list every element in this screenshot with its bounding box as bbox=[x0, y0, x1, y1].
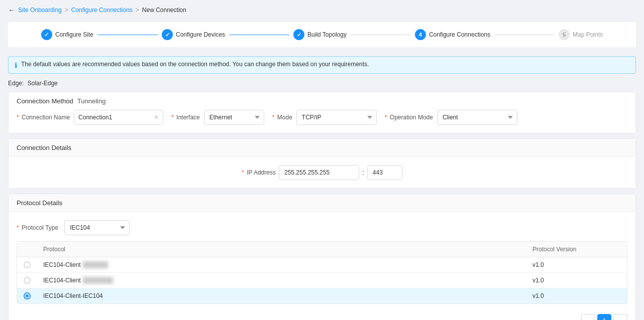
connection-form-row: * Connection Name ✕ * Interface Et bbox=[17, 110, 627, 125]
back-arrow[interactable]: ← bbox=[8, 6, 15, 14]
step-configure-connections: 4 Configure Connections bbox=[415, 29, 490, 40]
table-header: Protocol Protocol Version bbox=[17, 242, 627, 257]
clear-icon[interactable]: ✕ bbox=[150, 114, 163, 121]
required-star-connection: * bbox=[17, 114, 19, 121]
required-star-mode: * bbox=[272, 114, 275, 121]
table-col-protocol: Protocol bbox=[37, 242, 526, 257]
port-input[interactable] bbox=[367, 165, 402, 180]
operation-mode-field: * Operation Mode Client bbox=[385, 110, 517, 125]
radio-btn-2[interactable] bbox=[24, 277, 31, 284]
interface-label: * Interface bbox=[171, 114, 200, 121]
radio-cell-3[interactable] bbox=[17, 288, 37, 303]
breadcrumb-sep1: > bbox=[65, 7, 68, 14]
breadcrumb-site-onboarding[interactable]: Site Onboarding bbox=[18, 7, 62, 14]
table-col-version: Protocol Version bbox=[526, 242, 627, 257]
table-row: IEC104-Client v1.0 bbox=[17, 257, 627, 273]
mode-field: * Mode TCP/IP bbox=[272, 110, 377, 125]
protocol-name-3: IEC104-Client-IEC104 bbox=[43, 292, 103, 299]
table-row: IEC104-Client-IEC104 v1.0 bbox=[17, 288, 627, 303]
protocol-type-label: * Protocol Type bbox=[17, 224, 58, 231]
radio-btn-1[interactable] bbox=[24, 261, 31, 268]
pagination: ‹ 1 › bbox=[9, 310, 635, 320]
step-label-4: Configure Connections bbox=[429, 31, 490, 38]
mode-select[interactable]: TCP/IP bbox=[296, 110, 377, 125]
ip-address-input[interactable] bbox=[279, 165, 359, 180]
version-cell-2: v1.0 bbox=[526, 273, 627, 288]
step-circle-2: ✓ bbox=[162, 29, 173, 40]
info-banner: ℹ The default values are recommended val… bbox=[8, 56, 636, 74]
connection-name-input[interactable] bbox=[74, 110, 150, 124]
step-label-3: Build Topology bbox=[307, 31, 347, 38]
connection-method-label: Connection Method bbox=[17, 97, 73, 105]
connector-2 bbox=[229, 35, 289, 35]
step-circle-5: 5 bbox=[559, 29, 570, 40]
step-map-points: 5 Map Points bbox=[559, 29, 603, 40]
edge-label-row: Edge: Solar-Edge bbox=[8, 80, 636, 87]
step-circle-3: ✓ bbox=[293, 29, 304, 40]
version-cell-1: v1.0 bbox=[526, 257, 627, 272]
protocol-name-1: IEC104-Client bbox=[43, 261, 81, 268]
connection-method-value: Tunneling bbox=[77, 97, 106, 105]
table-col-radio bbox=[17, 242, 37, 257]
interface-select[interactable]: Ethernet bbox=[204, 110, 264, 125]
protocol-cell-1: IEC104-Client bbox=[37, 257, 526, 272]
step-label-2: Configure Devices bbox=[176, 31, 225, 38]
step-label-1: Configure Site bbox=[55, 31, 93, 38]
step-build-topology: ✓ Build Topology bbox=[293, 29, 347, 40]
connector-1 bbox=[97, 35, 158, 35]
step-circle-1: ✓ bbox=[41, 29, 52, 40]
table-row: IEC104-Client v1.0 bbox=[17, 273, 627, 288]
prev-page-button[interactable]: ‹ bbox=[581, 314, 595, 320]
ip-colon-separator: : bbox=[362, 169, 364, 177]
radio-cell-2[interactable] bbox=[17, 273, 37, 288]
connection-name-label: * Connection Name bbox=[17, 114, 70, 121]
step-circle-4: 4 bbox=[415, 29, 426, 40]
edge-value: Solar-Edge bbox=[28, 80, 58, 87]
breadcrumb-current: New Connection bbox=[142, 7, 186, 14]
step-configure-devices: ✓ Configure Devices bbox=[162, 29, 225, 40]
operation-mode-label: * Operation Mode bbox=[385, 114, 433, 121]
connection-details-header: Connection Details bbox=[9, 139, 635, 157]
page-1-button[interactable]: 1 bbox=[597, 314, 611, 320]
connection-details-card: Connection Details * IP Address : bbox=[8, 138, 636, 189]
connector-3 bbox=[351, 35, 411, 35]
connection-name-input-wrapper[interactable]: ✕ bbox=[74, 110, 163, 125]
breadcrumb: ← Site Onboarding > Configure Connection… bbox=[8, 6, 636, 14]
protocol-details-card: Protocol Details * Protocol Type IEC104 … bbox=[8, 194, 636, 320]
protocol-blurred-1 bbox=[83, 261, 108, 268]
connection-method-row: Connection Method Tunneling bbox=[9, 92, 635, 110]
protocol-details-header: Protocol Details bbox=[9, 194, 635, 212]
protocol-cell-3: IEC104-Client-IEC104 bbox=[37, 288, 526, 303]
required-star-interface: * bbox=[171, 114, 174, 121]
required-star-opmode: * bbox=[385, 114, 387, 121]
edge-label: Edge: bbox=[8, 80, 24, 87]
ip-address-row: * IP Address : bbox=[9, 157, 635, 188]
breadcrumb-sep2: > bbox=[136, 7, 139, 14]
next-page-button[interactable]: › bbox=[613, 314, 627, 320]
protocol-type-row: * Protocol Type IEC104 bbox=[9, 212, 635, 241]
version-cell-3: v1.0 bbox=[526, 288, 627, 303]
radio-cell-1[interactable] bbox=[17, 257, 37, 272]
stepper: ✓ Configure Site ✓ Configure Devices ✓ B… bbox=[8, 22, 636, 47]
step-label-5: Map Points bbox=[573, 31, 603, 38]
connector-4 bbox=[494, 35, 555, 35]
protocol-type-select[interactable]: IEC104 bbox=[64, 220, 130, 235]
radio-btn-3[interactable] bbox=[24, 292, 31, 299]
protocol-blurred-2 bbox=[83, 277, 113, 284]
connection-method-card: Connection Method Tunneling * Connection… bbox=[8, 92, 636, 133]
info-text: The default values are recommended value… bbox=[21, 61, 369, 68]
step-configure-site: ✓ Configure Site bbox=[41, 29, 93, 40]
required-star-ip: * bbox=[242, 169, 244, 176]
mode-label: * Mode bbox=[272, 114, 292, 121]
protocol-name-2: IEC104-Client bbox=[43, 277, 81, 284]
info-icon: ℹ bbox=[15, 61, 17, 69]
interface-field: * Interface Ethernet bbox=[171, 110, 264, 125]
connection-name-field: * Connection Name ✕ bbox=[17, 110, 163, 125]
operation-mode-select[interactable]: Client bbox=[437, 110, 517, 125]
required-star-protocol: * bbox=[17, 224, 19, 231]
protocol-cell-2: IEC104-Client bbox=[37, 273, 526, 288]
protocol-table: Protocol Protocol Version IEC104-Client … bbox=[17, 241, 627, 304]
breadcrumb-configure-connections[interactable]: Configure Connections bbox=[71, 7, 133, 14]
ip-address-label: * IP Address bbox=[242, 169, 276, 176]
